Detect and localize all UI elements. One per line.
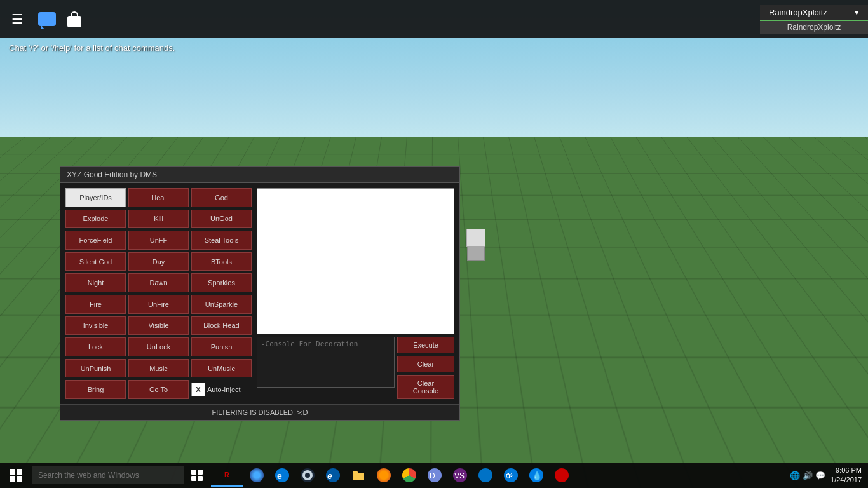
execute-button[interactable]: Execute: [397, 337, 454, 353]
panel-title: XYZ Good Edition by DMS: [60, 167, 459, 183]
username-dropdown: RaindropXploitz: [760, 21, 868, 34]
exploit-btn-unmusic[interactable]: UnMusic: [191, 359, 252, 378]
start-button[interactable]: [0, 463, 32, 488]
right-section: Execute Clear Clear Console: [257, 188, 454, 399]
vs-circle: VS: [453, 468, 467, 482]
store-circle: 🛍: [504, 468, 518, 482]
exploit-btn-bring[interactable]: Bring: [65, 380, 126, 399]
exploit-btn-sparkles[interactable]: Sparkles: [191, 273, 252, 292]
console-input[interactable]: [257, 337, 395, 388]
exploit-btn-night[interactable]: Night: [65, 273, 126, 292]
username-bar[interactable]: RaindropXploitz ▾: [760, 5, 868, 21]
exploit-btn-unff[interactable]: UnFF: [128, 231, 189, 250]
unknown-red-circle: [555, 468, 569, 482]
exploit-btn-dawn[interactable]: Dawn: [128, 273, 189, 292]
char-body: [467, 247, 485, 261]
chat-icon[interactable]: [38, 12, 56, 26]
top-bar-right: RaindropXploitz ▾ RaindropXploitz: [760, 5, 868, 34]
buttons-section: Player/IDsHealGodExplodeKillUnGodForceFi…: [65, 188, 252, 399]
panel-footer: FILTERING IS DISABLED! >:D: [60, 404, 459, 420]
svg-rect-2: [191, 476, 196, 481]
chat-hint-text: Chat '/?' or '/help' for a list of chat …: [9, 43, 175, 53]
search-bar[interactable]: [32, 466, 184, 484]
photos-icon[interactable]: [474, 464, 497, 487]
top-bar: ☰ RaindropXploitz ▾ RaindropXploitz: [0, 0, 868, 38]
taskbar-right: 🌐 🔊 💬 9:06 PM 1/24/2017: [790, 466, 868, 485]
exploit-btn-invisible[interactable]: Invisible: [65, 316, 126, 336]
svg-text:e: e: [327, 471, 332, 481]
exploit-btn-forcefield[interactable]: ForceField: [65, 231, 126, 250]
roblox-character: [465, 229, 487, 264]
exploit-btn-day[interactable]: Day: [128, 252, 189, 271]
exploit-btn-unpunish[interactable]: UnPunish: [65, 359, 126, 378]
roblox-label: R: [224, 471, 229, 478]
exploit-btn-unlock[interactable]: UnLock: [128, 337, 189, 356]
dropbox-icon[interactable]: 💧: [525, 464, 548, 487]
exploit-btn-fire[interactable]: Fire: [65, 295, 126, 314]
exploit-btn-unfire[interactable]: UnFire: [128, 295, 189, 314]
edge-circle: e: [275, 468, 289, 482]
system-icons: 🌐 🔊 💬: [790, 471, 825, 480]
char-head: [466, 229, 485, 247]
exploit-btn-player/ids[interactable]: Player/IDs: [65, 188, 126, 207]
network-icon: 🌐: [790, 471, 800, 480]
steam-icon[interactable]: [296, 464, 319, 487]
exploit-btn-explode[interactable]: Explode: [65, 210, 126, 229]
folder-icon[interactable]: [347, 464, 370, 487]
dropdown-arrow-icon: ▾: [855, 8, 859, 17]
taskbar: R e e D VS: [0, 463, 868, 488]
backpack-icon[interactable]: [66, 11, 83, 27]
bottom-row: Execute Clear Clear Console: [257, 337, 454, 399]
vs-icon[interactable]: VS: [449, 464, 471, 487]
menu-icon[interactable]: ☰: [6, 9, 28, 29]
svg-text:D: D: [430, 471, 435, 480]
photos-circle: [478, 468, 492, 482]
autoinject-checkbox[interactable]: X: [191, 383, 205, 396]
roblox-taskbar-icon[interactable]: R: [211, 464, 243, 487]
svg-text:💧: 💧: [532, 470, 543, 481]
date-display: 1/24/2017: [831, 475, 862, 485]
exploit-btn-block-head[interactable]: Block Head: [191, 316, 252, 336]
cortana-icon[interactable]: [245, 464, 268, 487]
script-display: [257, 188, 454, 334]
unknown-red-icon[interactable]: [550, 464, 573, 487]
store-icon[interactable]: 🛍: [499, 464, 522, 487]
dropbox-circle: 💧: [529, 468, 543, 482]
exploit-btn-visible[interactable]: Visible: [128, 316, 189, 336]
exploit-panel: XYZ Good Edition by DMS Player/IDsHealGo…: [60, 166, 460, 421]
exploit-btn-go-to[interactable]: Go To: [128, 380, 189, 399]
discord-circle: D: [428, 468, 442, 482]
exploit-btn-music[interactable]: Music: [128, 359, 189, 378]
exploit-btn-unsparkle[interactable]: UnSparkle: [191, 295, 252, 314]
exploit-btn-kill[interactable]: Kill: [128, 210, 189, 229]
username-label: RaindropXploitz: [769, 8, 827, 17]
discord-icon[interactable]: D: [423, 464, 446, 487]
exploit-btn-lock[interactable]: Lock: [65, 337, 126, 356]
chrome-icon[interactable]: [398, 464, 421, 487]
volume-icon: 🔊: [803, 471, 813, 480]
action-buttons: Execute Clear Clear Console: [397, 337, 454, 399]
console-area: [257, 337, 395, 399]
autoinject-label[interactable]: Auto-Inject: [207, 386, 241, 393]
clear-console-button[interactable]: Clear Console: [397, 375, 454, 399]
exploit-btn-btools[interactable]: BTools: [191, 252, 252, 271]
clear-button[interactable]: Clear: [397, 356, 454, 372]
autoinject-row: XAuto-Inject: [191, 380, 252, 399]
notification-icon: 💬: [815, 471, 825, 480]
exploit-btn-silent-god[interactable]: Silent God: [65, 252, 126, 271]
svg-text:VS: VS: [454, 471, 465, 480]
exploit-btn-ungod[interactable]: UnGod: [191, 210, 252, 229]
task-view-icon[interactable]: [186, 464, 208, 487]
exploit-btn-steal-tools[interactable]: Steal Tools: [191, 231, 252, 250]
exploit-btn-heal[interactable]: Heal: [128, 188, 189, 207]
footer-text: FILTERING IS DISABLED! >:D: [212, 409, 308, 416]
firefox-icon[interactable]: [372, 464, 395, 487]
chat-bubble: [38, 12, 56, 26]
edge-icon[interactable]: e: [271, 464, 294, 487]
exploit-btn-punish[interactable]: Punish: [191, 337, 252, 356]
exploit-btn-god[interactable]: God: [191, 188, 252, 207]
panel-title-text: XYZ Good Edition by DMS: [67, 170, 157, 179]
ie-icon[interactable]: e: [322, 464, 344, 487]
top-bar-left: ☰: [0, 9, 760, 29]
svg-rect-1: [198, 470, 203, 475]
